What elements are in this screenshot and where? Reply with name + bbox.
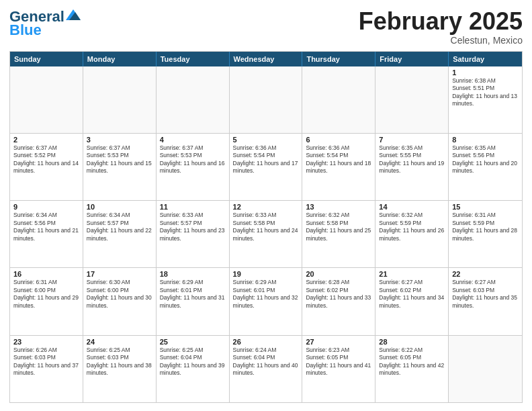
- day-number: 17: [87, 270, 152, 278]
- day-number: 26: [233, 338, 299, 346]
- logo-blue: Blue: [9, 21, 42, 39]
- cell-w0-d2: [157, 66, 230, 133]
- cell-w4-d4: 27Sunrise: 6:23 AM Sunset: 6:05 PM Dayli…: [302, 336, 375, 402]
- cell-w4-d0: 23Sunrise: 6:26 AM Sunset: 6:03 PM Dayli…: [10, 336, 83, 402]
- cell-info: Sunrise: 6:28 AM Sunset: 6:02 PM Dayligh…: [306, 279, 371, 310]
- cell-w0-d0: [10, 66, 83, 133]
- cell-info: Sunrise: 6:31 AM Sunset: 6:00 PM Dayligh…: [13, 279, 79, 310]
- header-monday: Monday: [83, 52, 157, 66]
- day-number: 10: [87, 203, 152, 211]
- day-number: 9: [13, 203, 79, 211]
- cell-info: Sunrise: 6:31 AM Sunset: 5:59 PM Dayligh…: [452, 212, 519, 242]
- day-number: 21: [379, 270, 445, 278]
- cell-w2-d6: 15Sunrise: 6:31 AM Sunset: 5:59 PM Dayli…: [449, 201, 522, 267]
- cell-w3-d4: 20Sunrise: 6:28 AM Sunset: 6:02 PM Dayli…: [302, 268, 375, 334]
- cell-w3-d5: 21Sunrise: 6:27 AM Sunset: 6:02 PM Dayli…: [375, 268, 449, 334]
- cell-info: Sunrise: 6:24 AM Sunset: 6:04 PM Dayligh…: [233, 347, 299, 377]
- header-saturday: Saturday: [449, 52, 522, 66]
- day-number: 20: [306, 270, 371, 278]
- cell-info: Sunrise: 6:30 AM Sunset: 6:00 PM Dayligh…: [87, 279, 152, 310]
- calendar-body: 1Sunrise: 6:38 AM Sunset: 5:51 PM Daylig…: [10, 66, 522, 402]
- week-row-0: 1Sunrise: 6:38 AM Sunset: 5:51 PM Daylig…: [10, 66, 522, 133]
- week-row-1: 2Sunrise: 6:37 AM Sunset: 5:52 PM Daylig…: [10, 133, 522, 200]
- day-number: 19: [233, 270, 299, 278]
- cell-w1-d6: 8Sunrise: 6:35 AM Sunset: 5:56 PM Daylig…: [449, 134, 522, 200]
- cell-info: Sunrise: 6:37 AM Sunset: 5:53 PM Dayligh…: [160, 144, 226, 175]
- day-number: 22: [452, 270, 519, 278]
- day-number: 2: [13, 136, 79, 144]
- cell-info: Sunrise: 6:22 AM Sunset: 6:05 PM Dayligh…: [379, 347, 445, 377]
- cell-w2-d3: 12Sunrise: 6:33 AM Sunset: 5:58 PM Dayli…: [230, 201, 303, 267]
- cell-w3-d3: 19Sunrise: 6:29 AM Sunset: 6:01 PM Dayli…: [230, 268, 303, 334]
- cell-w3-d2: 18Sunrise: 6:29 AM Sunset: 6:01 PM Dayli…: [157, 268, 230, 334]
- cell-info: Sunrise: 6:26 AM Sunset: 6:03 PM Dayligh…: [13, 347, 79, 377]
- header-sunday: Sunday: [10, 52, 83, 66]
- day-number: 7: [379, 136, 445, 144]
- cell-info: Sunrise: 6:32 AM Sunset: 5:59 PM Dayligh…: [379, 212, 445, 242]
- cell-w4-d5: 28Sunrise: 6:22 AM Sunset: 6:05 PM Dayli…: [375, 336, 449, 402]
- cell-info: Sunrise: 6:34 AM Sunset: 5:56 PM Dayligh…: [13, 212, 79, 242]
- cell-info: Sunrise: 6:25 AM Sunset: 6:03 PM Dayligh…: [87, 347, 152, 377]
- day-number: 8: [452, 136, 519, 144]
- day-number: 28: [379, 338, 445, 346]
- cell-w0-d1: [83, 66, 157, 133]
- week-row-3: 16Sunrise: 6:31 AM Sunset: 6:00 PM Dayli…: [10, 267, 522, 334]
- title-block: February 2025 Celestun, Mexico: [359, 8, 523, 46]
- day-number: 12: [233, 203, 299, 211]
- cell-info: Sunrise: 6:27 AM Sunset: 6:02 PM Dayligh…: [379, 279, 445, 310]
- cell-info: Sunrise: 6:35 AM Sunset: 5:55 PM Dayligh…: [379, 144, 445, 175]
- cell-w2-d2: 11Sunrise: 6:33 AM Sunset: 5:57 PM Dayli…: [157, 201, 230, 267]
- day-number: 5: [233, 136, 299, 144]
- week-row-4: 23Sunrise: 6:26 AM Sunset: 6:03 PM Dayli…: [10, 335, 522, 402]
- cell-info: Sunrise: 6:37 AM Sunset: 5:53 PM Dayligh…: [87, 144, 152, 175]
- week-row-2: 9Sunrise: 6:34 AM Sunset: 5:56 PM Daylig…: [10, 200, 522, 267]
- cell-w1-d3: 5Sunrise: 6:36 AM Sunset: 5:54 PM Daylig…: [230, 134, 303, 200]
- cell-w0-d6: 1Sunrise: 6:38 AM Sunset: 5:51 PM Daylig…: [449, 66, 522, 133]
- day-number: 1: [452, 68, 519, 77]
- cell-info: Sunrise: 6:32 AM Sunset: 5:58 PM Dayligh…: [306, 212, 371, 242]
- logo-icon: [66, 9, 81, 20]
- cell-w1-d2: 4Sunrise: 6:37 AM Sunset: 5:53 PM Daylig…: [157, 134, 230, 200]
- cell-w2-d5: 14Sunrise: 6:32 AM Sunset: 5:59 PM Dayli…: [375, 201, 449, 267]
- day-number: 24: [87, 338, 152, 346]
- day-number: 3: [87, 136, 152, 144]
- cell-w4-d6: [449, 336, 522, 402]
- day-number: 14: [379, 203, 445, 211]
- cell-info: Sunrise: 6:34 AM Sunset: 5:57 PM Dayligh…: [87, 212, 152, 242]
- day-number: 25: [160, 338, 226, 346]
- calendar: Sunday Monday Tuesday Wednesday Thursday…: [9, 51, 523, 403]
- cell-info: Sunrise: 6:36 AM Sunset: 5:54 PM Dayligh…: [306, 144, 371, 175]
- cell-info: Sunrise: 6:23 AM Sunset: 6:05 PM Dayligh…: [306, 347, 371, 377]
- day-number: 23: [13, 338, 79, 346]
- cell-w0-d4: [302, 66, 375, 133]
- cell-w1-d0: 2Sunrise: 6:37 AM Sunset: 5:52 PM Daylig…: [10, 134, 83, 200]
- day-number: 4: [160, 136, 226, 144]
- logo: General Blue: [9, 8, 81, 39]
- cell-info: Sunrise: 6:25 AM Sunset: 6:04 PM Dayligh…: [160, 347, 226, 377]
- cell-w0-d5: [375, 66, 449, 133]
- day-number: 11: [160, 203, 226, 211]
- cell-info: Sunrise: 6:29 AM Sunset: 6:01 PM Dayligh…: [160, 279, 226, 310]
- cell-w1-d5: 7Sunrise: 6:35 AM Sunset: 5:55 PM Daylig…: [375, 134, 449, 200]
- month-title: February 2025: [359, 8, 523, 35]
- location: Celestun, Mexico: [359, 35, 523, 46]
- calendar-header: Sunday Monday Tuesday Wednesday Thursday…: [10, 52, 522, 66]
- cell-w3-d0: 16Sunrise: 6:31 AM Sunset: 6:00 PM Dayli…: [10, 268, 83, 334]
- day-number: 16: [13, 270, 79, 278]
- cell-w4-d2: 25Sunrise: 6:25 AM Sunset: 6:04 PM Dayli…: [157, 336, 230, 402]
- day-number: 13: [306, 203, 371, 211]
- cell-info: Sunrise: 6:36 AM Sunset: 5:54 PM Dayligh…: [233, 144, 299, 175]
- cell-info: Sunrise: 6:29 AM Sunset: 6:01 PM Dayligh…: [233, 279, 299, 310]
- day-number: 27: [306, 338, 371, 346]
- cell-w4-d3: 26Sunrise: 6:24 AM Sunset: 6:04 PM Dayli…: [230, 336, 303, 402]
- header-wednesday: Wednesday: [230, 52, 303, 66]
- header-friday: Friday: [375, 52, 449, 66]
- cell-info: Sunrise: 6:35 AM Sunset: 5:56 PM Dayligh…: [452, 144, 519, 175]
- cell-info: Sunrise: 6:33 AM Sunset: 5:58 PM Dayligh…: [233, 212, 299, 242]
- cell-info: Sunrise: 6:37 AM Sunset: 5:52 PM Dayligh…: [13, 144, 79, 175]
- page: General Blue February 2025 Celestun, Mex…: [0, 0, 532, 411]
- day-number: 18: [160, 270, 226, 278]
- cell-w3-d6: 22Sunrise: 6:27 AM Sunset: 6:03 PM Dayli…: [449, 268, 522, 334]
- header: General Blue February 2025 Celestun, Mex…: [9, 8, 523, 46]
- cell-w2-d4: 13Sunrise: 6:32 AM Sunset: 5:58 PM Dayli…: [302, 201, 375, 267]
